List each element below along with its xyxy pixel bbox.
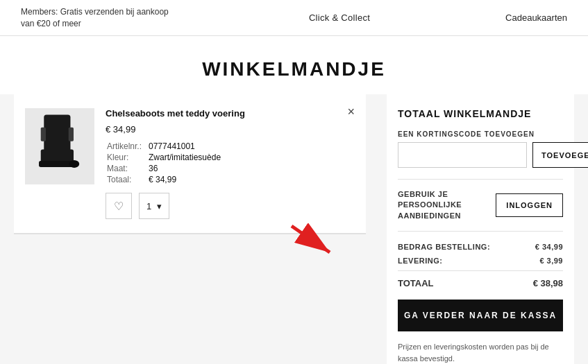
order-amount-label: BEDRAG BESTELLING:: [398, 243, 490, 251]
add-discount-button[interactable]: TOEVOEGEN: [532, 142, 588, 168]
total-value: € 38,98: [533, 278, 563, 288]
product-price: € 34,99: [106, 124, 355, 135]
page-title-section: WINKELMANDJE: [0, 36, 588, 94]
article-value: 0777441001: [149, 141, 221, 151]
svg-rect-2: [69, 128, 74, 141]
total-row: TOTAAL € 38,98: [398, 270, 563, 288]
color-row: Kleur: Zwart/imitatiesuède: [107, 153, 221, 162]
cart-section: Chelseaboots met teddy voering € 34,99 A…: [14, 94, 366, 234]
boot-illustration: [28, 112, 91, 181]
product-image: [25, 108, 94, 184]
footer-text-1: Prijzen en leveringskosten worden pas bi…: [398, 341, 563, 364]
personal-offers-label: GEBRUIK JE PERSOONLIJKE AANBIEDINGEN: [398, 189, 488, 221]
delivery-label: LEVERING:: [398, 257, 442, 265]
color-label: Kleur:: [107, 153, 147, 162]
summary-footer: Prijzen en leveringskosten worden pas bi…: [398, 341, 563, 364]
top-bar-members-text: Members: Gratis verzenden bij aankoop va…: [21, 6, 174, 30]
product-name: Chelseaboots met teddy voering: [106, 108, 355, 119]
total-value: € 34,99: [149, 175, 221, 184]
discount-input[interactable]: [398, 142, 527, 168]
cart-item-actions: ♡ 1 ▾: [106, 193, 355, 219]
discount-label: EEN KORTINGSCODE TOEVOEGEN: [398, 130, 563, 138]
order-amount-value: € 34,99: [535, 243, 563, 251]
click-collect-link[interactable]: Click & Collect: [309, 12, 370, 23]
delivery-value: € 3,99: [539, 257, 563, 265]
delivery-row: LEVERING: € 3,99: [398, 257, 563, 265]
checkout-button[interactable]: GA VERDER NAAR DE KASSA: [398, 300, 563, 331]
article-row: Artikelnr.: 0777441001: [107, 141, 221, 151]
quantity-selector[interactable]: 1 ▾: [139, 193, 169, 219]
cart-item-details: Chelseaboots met teddy voering € 34,99 A…: [94, 108, 355, 219]
total-label: Totaal:: [107, 175, 147, 184]
total-row: Totaal: € 34,99: [107, 175, 221, 184]
top-bar: Members: Gratis verzenden bij aankoop va…: [0, 0, 588, 36]
cart-item: Chelseaboots met teddy voering € 34,99 A…: [14, 94, 366, 234]
discount-row: TOEVOEGEN: [398, 142, 563, 168]
order-amount-row: BEDRAG BESTELLING: € 34,99: [398, 243, 563, 251]
summary-section: TOTAAL WINKELMANDJE EEN KORTINGSCODE TOE…: [387, 94, 574, 364]
cart-divider: [14, 234, 366, 234]
order-summary: BEDRAG BESTELLING: € 34,99 LEVERING: € 3…: [398, 243, 563, 288]
remove-item-button[interactable]: ×: [347, 105, 355, 118]
size-value: 36: [149, 164, 221, 173]
product-info-table: Artikelnr.: 0777441001 Kleur: Zwart/imit…: [106, 140, 222, 186]
svg-point-5: [69, 160, 80, 168]
total-label: TOTAAL: [398, 278, 434, 288]
color-value: Zwart/imitatiesuède: [149, 153, 221, 162]
quantity-value: 1: [146, 201, 151, 211]
wishlist-button[interactable]: ♡: [106, 193, 132, 219]
svg-rect-3: [41, 150, 74, 162]
svg-rect-1: [41, 128, 46, 141]
chevron-down-icon: ▾: [157, 201, 162, 211]
main-content: Chelseaboots met teddy voering € 34,99 A…: [0, 94, 588, 364]
svg-rect-0: [44, 115, 70, 153]
size-row: Maat: 36: [107, 164, 221, 173]
personal-offers-section: GEBRUIK JE PERSOONLIJKE AANBIEDINGEN INL…: [398, 179, 563, 232]
size-label: Maat:: [107, 164, 147, 173]
login-button[interactable]: INLOGGEN: [496, 193, 563, 217]
article-label: Artikelnr.:: [107, 141, 147, 151]
page-title: WINKELMANDJE: [0, 58, 588, 80]
summary-title: TOTAAL WINKELMANDJE: [398, 108, 563, 119]
gift-cards-link[interactable]: Cadeaukaarten: [505, 12, 567, 23]
